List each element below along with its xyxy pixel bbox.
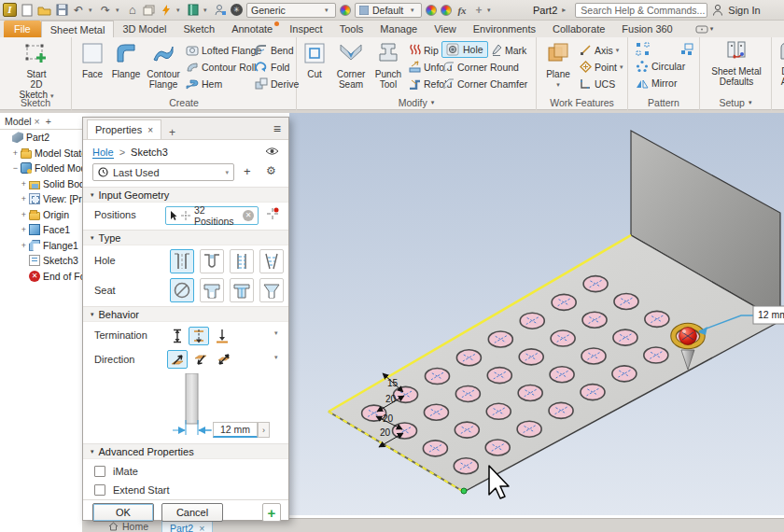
hem-button[interactable]: Hem [186, 77, 222, 91]
ucs-button[interactable]: UCS [580, 77, 615, 91]
direction-default-button[interactable] [167, 350, 188, 369]
termination-distance-button[interactable] [167, 327, 188, 345]
panel-label-setup[interactable]: Setup▾ [700, 97, 771, 108]
depth-flyout-button[interactable]: › [258, 422, 270, 438]
tree-expander[interactable]: + [20, 210, 28, 219]
tree-expander[interactable]: + [20, 179, 28, 189]
section-behavior[interactable]: ▾Behavior [83, 306, 288, 322]
redo-dropdown-icon[interactable]: ▾ [116, 7, 122, 14]
redo-button[interactable]: ↷ [99, 3, 112, 18]
tree-item-model-states[interactable]: +Model States: [ [0, 146, 82, 161]
tree-item-folded-model[interactable]: −Folded Model [0, 161, 82, 176]
seat-countersink-button[interactable] [259, 278, 284, 302]
doc-tab-close-icon[interactable]: × [199, 523, 204, 532]
mark-button[interactable]: Mark [491, 43, 526, 57]
project-folders-button[interactable] [143, 3, 156, 18]
mirror-button[interactable]: Mirror [636, 76, 677, 90]
tree-item-end-of-folde[interactable]: End of Folde [0, 269, 82, 285]
dim-label-20c[interactable]: 20 [380, 427, 391, 438]
parameters-fx-button[interactable]: fx [455, 3, 469, 18]
material-library-button[interactable] [187, 3, 200, 18]
feature-type-link[interactable]: Hole [92, 147, 114, 159]
tree-item-part2[interactable]: Part2 [0, 130, 82, 146]
positions-value-box[interactable]: 32 Positions ✕ [165, 206, 259, 225]
hole-type-tapped-button[interactable] [230, 249, 254, 273]
tab-inspect[interactable]: Inspect [281, 21, 330, 37]
preview-eye-icon[interactable] [265, 147, 279, 158]
endpoint-marker[interactable] [461, 488, 467, 494]
tree-item-solid-bodies[interactable]: +Solid Bodies [0, 176, 82, 192]
tab-view[interactable]: View [426, 21, 465, 37]
seat-counterbore-button[interactable] [200, 278, 224, 302]
face-button[interactable]: Face [77, 41, 107, 79]
open-file-button[interactable] [37, 3, 51, 18]
quick-command-dropdown-icon[interactable]: ▾ [176, 7, 183, 14]
termination-through-all-button[interactable] [189, 327, 209, 345]
lofted-flange-button[interactable]: Lofted Flange [186, 43, 261, 57]
section-type[interactable]: ▾Type [83, 230, 288, 245]
properties-menu-icon[interactable]: ≡ [273, 121, 281, 136]
contour-roll-button[interactable]: Contour Roll [186, 60, 256, 74]
panel-label-create[interactable]: Create [72, 97, 296, 108]
contour-flange-button[interactable]: ContourFlange [145, 41, 182, 90]
derive-button[interactable]: Derive [255, 77, 299, 91]
toolbar-options-chevron[interactable]: ▾ [487, 7, 494, 14]
add-preset-button[interactable]: + [244, 164, 251, 178]
tree-expander[interactable]: + [11, 148, 20, 158]
search-input[interactable]: Search Help & Commands... [575, 3, 707, 18]
signin-user-icon[interactable] [711, 3, 724, 18]
corner-round-button[interactable]: Corner Round [442, 60, 519, 74]
hole-button[interactable]: Hole [441, 41, 488, 58]
flange-button[interactable]: Flange [109, 41, 143, 79]
sketch-driven-pattern-button[interactable] [680, 42, 693, 56]
adjust-color-icon[interactable] [426, 5, 437, 16]
circular-pattern-button[interactable]: Circular [636, 59, 685, 73]
bend-button[interactable]: Bend [255, 43, 294, 57]
quick-command-button[interactable] [160, 3, 173, 18]
appearance-dropdown[interactable]: Default▾ [355, 3, 422, 18]
tab-collaborate[interactable]: Collaborate [544, 21, 613, 37]
cut-button[interactable]: Cut [301, 41, 329, 79]
hole-type-taper-tapped-button[interactable] [259, 249, 284, 273]
tab-sheet-metal[interactable]: Sheet Metal [41, 21, 115, 37]
tab-3d-model[interactable]: 3D Model [114, 21, 175, 37]
extend-start-checkbox[interactable] [94, 484, 105, 496]
new-file-button[interactable] [21, 3, 34, 18]
fold-button[interactable]: Fold [255, 60, 289, 74]
corner-seam-button[interactable]: CornerSeam [332, 41, 370, 90]
direction-flip-button[interactable] [190, 350, 211, 369]
imate-checkbox[interactable] [94, 466, 105, 477]
corner-chamfer-button[interactable]: Corner Chamfer [442, 77, 527, 91]
dim-label-20a[interactable]: 20 [385, 394, 397, 404]
signin-label[interactable]: Sign In [728, 5, 760, 16]
app-icon[interactable]: I [3, 3, 17, 17]
sheet-metal-defaults-button[interactable]: Sheet MetalDefaults [707, 40, 765, 87]
home-button[interactable]: ⌂ [126, 3, 139, 18]
preset-settings-gear-icon[interactable]: ⚙ [266, 164, 276, 177]
ok-button[interactable]: OK [92, 503, 154, 522]
start-2d-sketch-button[interactable]: Start 2D Sketch ▾ [15, 41, 58, 101]
punch-tool-button[interactable]: PunchTool [371, 41, 405, 90]
tab-annotate[interactable]: Annotate [223, 21, 281, 37]
tree-item-flange1[interactable]: +Flange1 [0, 238, 82, 254]
tab-sketch[interactable]: Sketch [175, 21, 224, 37]
termination-to-button[interactable] [212, 327, 232, 345]
home-doc-tab[interactable]: Home [108, 521, 148, 532]
library-dropdown-icon[interactable]: ▾ [203, 7, 210, 14]
hole-type-simple-button[interactable] [170, 249, 194, 273]
seat-none-button[interactable] [170, 278, 194, 302]
material-dropdown[interactable]: Generic▾ [246, 3, 336, 18]
hole-type-clearance-button[interactable] [200, 249, 224, 273]
undo-dropdown-icon[interactable]: ▾ [89, 7, 95, 14]
tab-tools[interactable]: Tools [331, 21, 372, 37]
tab-file[interactable]: File [4, 21, 41, 37]
axis-button[interactable]: Axis▾ [580, 43, 619, 57]
depth-input[interactable]: 12 mm [213, 422, 258, 438]
dim-label-20b[interactable]: 20 [383, 413, 394, 424]
tree-item-origin[interactable]: +Origin [0, 207, 82, 223]
cancel-button[interactable]: Cancel [161, 503, 223, 522]
doc-arrow-icon[interactable]: ▸ [562, 6, 566, 14]
browser-tab-model[interactable]: Model × [5, 116, 40, 127]
browser-add-tab-button[interactable]: + [46, 116, 51, 127]
tree-expander[interactable]: + [20, 194, 28, 203]
